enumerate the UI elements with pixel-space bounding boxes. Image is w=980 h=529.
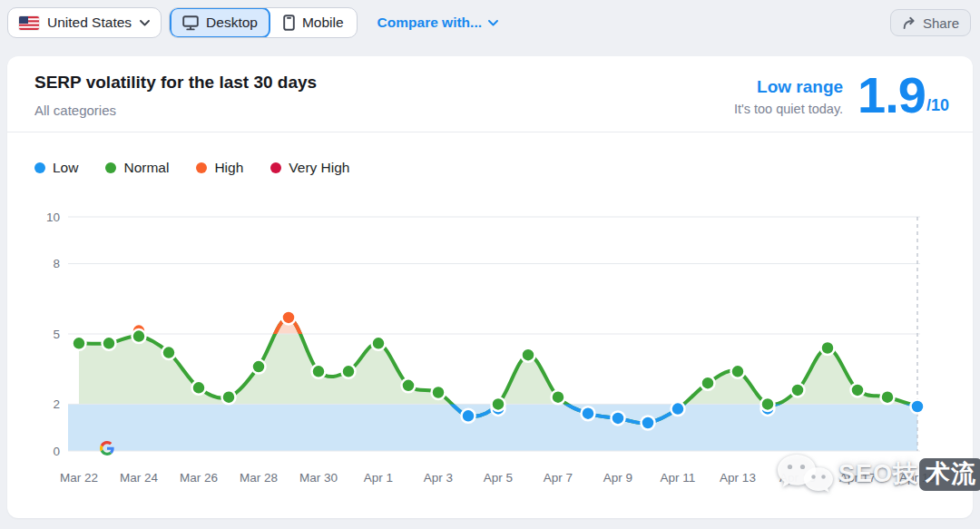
data-point[interactable]: Apr 1: 4.6 bbox=[372, 337, 386, 350]
data-point[interactable]: Apr 15: 2.6 bbox=[791, 383, 805, 397]
desktop-icon bbox=[182, 15, 199, 31]
device-toggle-mobile[interactable]: Mobile bbox=[270, 7, 357, 38]
legend-very-high-label: Very High bbox=[289, 160, 349, 176]
data-point[interactable]: Apr 5: 2 bbox=[492, 397, 505, 411]
device-toggle-mobile-label: Mobile bbox=[302, 15, 344, 31]
legend-high-dot bbox=[196, 162, 207, 173]
legend-low-label: Low bbox=[53, 160, 78, 176]
data-point[interactable]: Apr 2: 2.8 bbox=[402, 378, 416, 392]
data-point[interactable]: Apr 16: 4.4 bbox=[821, 341, 835, 355]
legend-high-label: High bbox=[214, 160, 243, 176]
data-point[interactable]: Apr 19: 1.9 bbox=[911, 400, 925, 414]
legend-low-dot bbox=[34, 162, 45, 173]
share-arrow-icon bbox=[902, 16, 916, 30]
chevron-down-icon bbox=[140, 20, 150, 26]
legend-normal-dot bbox=[105, 162, 116, 173]
watermark-text: SEO技术流 bbox=[838, 457, 980, 490]
legend-item-normal[interactable]: Normal bbox=[105, 160, 169, 176]
share-label: Share bbox=[923, 15, 959, 31]
y-tick-label: 2 bbox=[53, 397, 60, 411]
range-caption: It's too quiet today. bbox=[734, 102, 843, 116]
data-point[interactable]: Apr 8: 1.6 bbox=[582, 407, 595, 420]
data-point[interactable]: Mar 30: 3.4 bbox=[312, 365, 326, 378]
country-selector[interactable]: United States bbox=[7, 7, 162, 38]
legend-item-high[interactable]: High bbox=[196, 160, 243, 176]
data-point[interactable]: Mar 27: 2.3 bbox=[222, 390, 236, 404]
chart-legend: Low Normal High Very High bbox=[34, 160, 973, 176]
watermark-badge: 术流 bbox=[919, 458, 980, 491]
y-tick-label: 0 bbox=[53, 445, 60, 458]
country-label: United States bbox=[47, 15, 132, 31]
data-point[interactable]: Apr 3: 2.5 bbox=[432, 386, 446, 399]
data-point[interactable]: Apr 14: 2 bbox=[761, 397, 775, 411]
volatility-chart-canvas[interactable]: 025810 Mar 22: 4.6Mar 23: 4.6Mar 24: 4.9… bbox=[7, 192, 973, 494]
y-tick-label: 10 bbox=[46, 211, 60, 224]
data-point[interactable]: Mar 26: 2.7 bbox=[192, 381, 206, 395]
range-label: Low range bbox=[734, 77, 843, 97]
score-denominator: /10 bbox=[926, 96, 949, 115]
x-tick-label: Apr 13 bbox=[720, 471, 756, 485]
data-point[interactable]: Apr 18: 2.3 bbox=[881, 390, 895, 404]
device-toggle: Desktop Mobile bbox=[169, 7, 358, 38]
data-point[interactable]: Mar 29: 5.7 bbox=[282, 310, 296, 324]
data-point[interactable]: Apr 7: 2.3 bbox=[552, 390, 565, 404]
data-point[interactable]: Apr 10: 1.2 bbox=[642, 416, 655, 430]
x-tick-label: Apr 5 bbox=[484, 471, 513, 485]
watermark: SEO技术流 bbox=[775, 452, 980, 495]
data-point[interactable]: Mar 24: 4.9 bbox=[132, 329, 146, 343]
topbar: United States Desktop Mobile Compare wit… bbox=[0, 0, 980, 45]
share-button[interactable]: Share bbox=[890, 9, 971, 36]
volatility-score: 1.9 /10 bbox=[858, 71, 949, 120]
serp-volatility-card: SERP volatility for the last 30 days All… bbox=[7, 56, 973, 518]
device-toggle-desktop-label: Desktop bbox=[206, 15, 258, 31]
y-tick-label: 8 bbox=[53, 257, 60, 270]
x-tick-label: Apr 9 bbox=[603, 471, 632, 485]
data-point[interactable]: Apr 4: 1.5 bbox=[462, 409, 475, 423]
data-point[interactable]: Mar 22: 4.6 bbox=[73, 337, 86, 350]
legend-item-low[interactable]: Low bbox=[34, 160, 78, 176]
x-tick-label: Mar 24 bbox=[120, 471, 159, 485]
device-toggle-desktop[interactable]: Desktop bbox=[170, 7, 270, 38]
card-header: SERP volatility for the last 30 days All… bbox=[7, 56, 973, 132]
legend-item-very-high[interactable]: Very High bbox=[270, 160, 349, 176]
x-tick-label: Apr 1 bbox=[364, 471, 393, 485]
x-tick-label: Apr 7 bbox=[544, 471, 573, 485]
score-value: 1.9 bbox=[858, 71, 926, 120]
x-tick-label: Mar 22 bbox=[60, 471, 98, 485]
data-point[interactable]: Mar 28: 3.6 bbox=[252, 360, 266, 374]
y-tick-label: 5 bbox=[53, 328, 60, 341]
data-point[interactable]: Apr 6: 4.1 bbox=[522, 348, 535, 362]
data-point[interactable]: Apr 9: 1.4 bbox=[612, 411, 625, 425]
compare-with-label: Compare with... bbox=[377, 15, 482, 31]
mobile-icon bbox=[283, 15, 295, 31]
compare-with-dropdown[interactable]: Compare with... bbox=[377, 15, 498, 31]
us-flag-icon bbox=[19, 16, 39, 30]
x-tick-label: Mar 28 bbox=[240, 471, 278, 485]
data-point[interactable]: Apr 11: 1.8 bbox=[671, 402, 685, 416]
data-point[interactable]: Apr 17: 2.6 bbox=[851, 383, 865, 397]
data-point[interactable]: Apr 13: 3.4 bbox=[731, 365, 745, 378]
x-tick-label: Apr 3 bbox=[424, 471, 453, 485]
data-point[interactable]: Apr 12: 2.9 bbox=[701, 377, 715, 390]
wechat-icon bbox=[775, 452, 835, 495]
data-point[interactable]: Mar 25: 4.2 bbox=[162, 346, 176, 359]
legend-very-high-dot bbox=[270, 162, 281, 173]
legend-normal-label: Normal bbox=[123, 160, 169, 176]
data-point[interactable]: Mar 31: 3.4 bbox=[342, 365, 356, 378]
x-tick-label: Mar 30 bbox=[299, 471, 338, 485]
x-tick-label: Mar 26 bbox=[180, 471, 218, 485]
data-point[interactable]: Mar 23: 4.6 bbox=[103, 337, 116, 350]
chevron-down-icon bbox=[488, 20, 498, 26]
x-tick-label: Apr 11 bbox=[661, 471, 696, 485]
score-block: Low range It's too quiet today. 1.9 /10 bbox=[734, 71, 949, 120]
